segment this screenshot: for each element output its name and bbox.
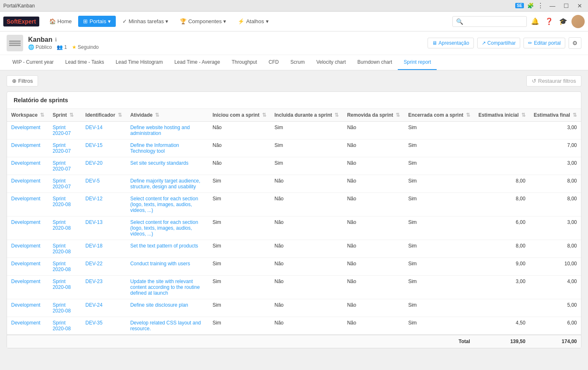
filtros-button[interactable]: ⊕ Filtros	[7, 75, 38, 86]
minimize-button[interactable]: —	[547, 2, 558, 10]
sort-removida-icon: ⇅	[396, 112, 400, 118]
cell-sprint: Sprint 2020-08	[48, 193, 81, 216]
cell-encerrada: Sim	[404, 175, 474, 193]
cell-id: DEV-5	[81, 175, 126, 193]
graduation-button[interactable]: 🎓	[557, 16, 569, 27]
restore-button[interactable]: ☐	[561, 2, 571, 10]
content-area: ⊕ Filtros ↺ Restaurar filtros Relatório …	[0, 70, 588, 353]
puzzle-icon: 🧩	[527, 2, 534, 9]
tab-lead-time-average[interactable]: Lead Time - Average	[169, 55, 226, 70]
cell-workspace: Development	[7, 122, 48, 139]
col-workspace[interactable]: Workspace ⇅	[7, 109, 48, 122]
settings-button[interactable]: ⚙	[569, 37, 581, 49]
tab-lead-time-tasks[interactable]: Lead time - Tasks	[60, 55, 110, 70]
cell-activity: Develop related CSS layout and resource.	[126, 317, 208, 335]
cell-incluida: Sim	[270, 122, 343, 139]
avatar[interactable]	[571, 15, 585, 28]
cell-activity: Select content for each section (logo, t…	[126, 193, 208, 216]
star-icon: ★	[72, 44, 76, 50]
total-inicial: 139,50	[474, 335, 530, 348]
cell-sprint: Sprint 2020-08	[48, 317, 81, 335]
cell-est-inicial: 6,00	[474, 216, 530, 240]
cell-est-inicial: 4,50	[474, 317, 530, 335]
cell-sprint: Sprint 2020-08	[48, 299, 81, 317]
cell-removida: Não	[343, 122, 404, 139]
tab-burndown-chart[interactable]: Burndown chart	[351, 55, 398, 70]
logo[interactable]: SoftExpert	[3, 17, 39, 26]
sort-activity-icon: ⇅	[155, 112, 159, 118]
cell-iniciou: Sim	[208, 175, 270, 193]
sort-encerrada-icon: ⇅	[466, 112, 470, 118]
col-est-final[interactable]: Estimativa final ⇅	[530, 109, 581, 122]
cell-encerrada: Sim	[404, 276, 474, 299]
menu-icon[interactable]: ⋮	[537, 2, 544, 10]
cell-activity: Define site disclosure plan	[126, 299, 208, 317]
monitor-icon: 🖥	[432, 40, 437, 46]
col-incluida[interactable]: Incluida durante a sprint ⇅	[270, 109, 343, 122]
flash-icon: ⚡	[238, 18, 244, 24]
cell-removida: Não	[343, 157, 404, 175]
nav-atalhos[interactable]: ⚡ Atalhos ▾	[233, 16, 273, 27]
col-encerrada[interactable]: Encerrada com a sprint ⇅	[404, 109, 474, 122]
nav-componentes[interactable]: 🏆 Componentes ▾	[175, 16, 231, 27]
tab-throughput[interactable]: Throughput	[226, 55, 263, 70]
table-row: Development Sprint 2020-07 DEV-20 Set si…	[7, 157, 581, 175]
compartilhar-button[interactable]: ↗ Compartilhar	[477, 38, 521, 48]
sort-est-inicial-icon: ⇅	[521, 112, 526, 118]
help-button[interactable]: ❓	[543, 16, 555, 27]
followers-icon: 👥	[57, 44, 63, 50]
cell-encerrada: Sim	[404, 157, 474, 175]
sort-est-final-icon: ⇅	[573, 112, 577, 118]
logo-soft: Soft	[7, 18, 18, 25]
cell-est-final: 4,00	[530, 276, 581, 299]
restaurar-filtros-button[interactable]: ↺ Restaurar filtros	[526, 75, 581, 86]
tab-sprint-report[interactable]: Sprint report	[398, 55, 437, 70]
cell-est-inicial: 3,00	[474, 276, 530, 299]
tab-scrum[interactable]: Scrum	[284, 55, 311, 70]
col-activity[interactable]: Atividade ⇅	[126, 109, 208, 122]
cell-iniciou: Sim	[208, 193, 270, 216]
cell-removida: Não	[343, 240, 404, 258]
cell-incluida: Não	[270, 193, 343, 216]
tab-wip[interactable]: WIP - Current year	[7, 55, 60, 70]
cell-id: DEV-20	[81, 157, 126, 175]
nav-portais[interactable]: ⊞ Portais ▾	[78, 16, 115, 27]
table-title: Relatório de sprints	[7, 92, 581, 109]
apresentacao-button[interactable]: 🖥 Apresentação	[428, 38, 474, 48]
kanban-following[interactable]: ★ Seguindo	[72, 44, 99, 50]
col-id[interactable]: Identificador ⇅	[81, 109, 126, 122]
cell-est-final: 5,00	[530, 299, 581, 317]
cell-activity: Define website hosting and administratio…	[126, 122, 208, 139]
cell-iniciou: Não	[208, 122, 270, 139]
col-removida[interactable]: Removida da sprint ⇅	[343, 109, 404, 122]
sort-sprint-icon: ⇅	[69, 112, 74, 118]
tab-velocity-chart[interactable]: Velocity chart	[311, 55, 351, 70]
col-iniciou[interactable]: Iniciou com a sprint ⇅	[208, 109, 270, 122]
editar-portal-button[interactable]: ✏ Editar portal	[523, 38, 565, 48]
nav-minhas-tarefas[interactable]: ✓ Minhas tarefas ▾	[117, 16, 173, 27]
close-button[interactable]: ✕	[575, 2, 585, 10]
col-est-inicial[interactable]: Estimativa inicial ⇅	[474, 109, 530, 122]
cell-sprint: Sprint 2020-08	[48, 276, 81, 299]
table-row: Development Sprint 2020-07 DEV-15 Define…	[7, 139, 581, 157]
tab-cfd[interactable]: CFD	[263, 55, 285, 70]
filter-bar: ⊕ Filtros ↺ Restaurar filtros	[7, 75, 581, 86]
cell-est-inicial	[474, 157, 530, 175]
notifications-button[interactable]: 🔔	[529, 16, 541, 27]
cell-est-inicial: 8,00	[474, 240, 530, 258]
nav-home[interactable]: 🏠 Home	[44, 16, 77, 27]
portais-chevron-icon: ▾	[108, 18, 111, 24]
info-icon[interactable]: ℹ	[55, 37, 57, 43]
kanban-title: Kanban	[28, 36, 53, 43]
kanban-icon	[7, 35, 23, 51]
tab-lead-time-histogram[interactable]: Lead Time Histogram	[110, 55, 169, 70]
total-label: Total	[7, 335, 474, 348]
cell-removida: Não	[343, 276, 404, 299]
col-sprint[interactable]: Sprint ⇅	[48, 109, 81, 122]
table-row: Development Sprint 2020-08 DEV-13 Select…	[7, 216, 581, 240]
table-wrapper: Workspace ⇅ Sprint ⇅ Identificador ⇅ Ati…	[7, 109, 581, 348]
atalhos-chevron-icon: ▾	[266, 18, 269, 24]
cell-removida: Não	[343, 193, 404, 216]
cell-id: DEV-24	[81, 299, 126, 317]
search-box[interactable]: 🔍	[452, 16, 527, 27]
